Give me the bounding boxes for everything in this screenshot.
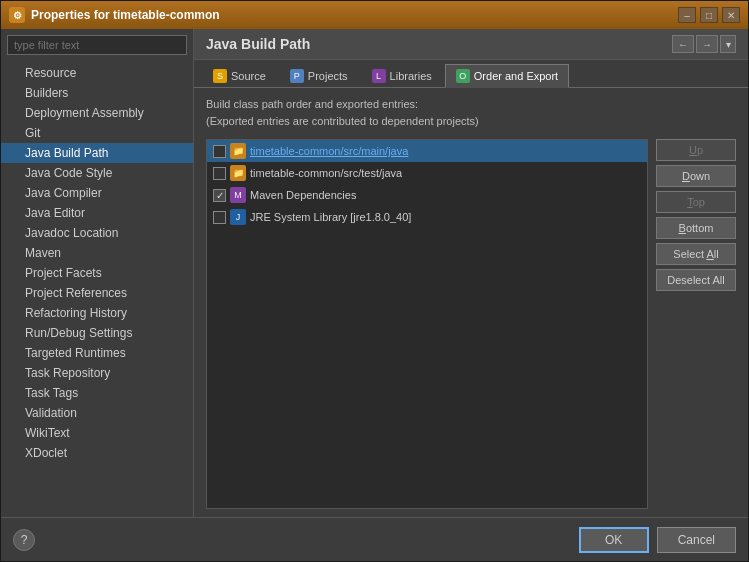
sidebar-item-targeted-runtimes[interactable]: Targeted Runtimes xyxy=(1,343,193,363)
entry-item-3[interactable]: JJRE System Library [jre1.8.0_40] xyxy=(207,206,647,228)
back-button[interactable]: ← xyxy=(672,35,694,53)
entry-item-2[interactable]: MMaven Dependencies xyxy=(207,184,647,206)
projects-tab-icon: P xyxy=(290,69,304,83)
desc-line2: (Exported entries are contributed to dep… xyxy=(206,113,736,130)
sidebar-item-task-tags[interactable]: Task Tags xyxy=(1,383,193,403)
sidebar-item-maven[interactable]: Maven xyxy=(1,243,193,263)
deselect-all-button[interactable]: Deselect All xyxy=(656,269,736,291)
dialog-body: ResourceBuildersDeployment AssemblyGitJa… xyxy=(1,29,748,517)
app-icon: ⚙ xyxy=(9,7,25,23)
bottom-actions: OK Cancel xyxy=(579,527,736,553)
order and export-tab-label: Order and Export xyxy=(474,70,558,82)
title-bar: ⚙ Properties for timetable-common – □ ✕ xyxy=(1,1,748,29)
entry-item-1[interactable]: 📁timetable-common/src/test/java xyxy=(207,162,647,184)
main-panel: Java Build Path ← → ▾ SSourcePProjectsLL… xyxy=(194,29,748,517)
sidebar-item-java-code-style[interactable]: Java Code Style xyxy=(1,163,193,183)
nav-arrows: ← → ▾ xyxy=(672,35,736,53)
entry-label-3: JRE System Library [jre1.8.0_40] xyxy=(250,211,411,223)
tab-order-and-export[interactable]: OOrder and Export xyxy=(445,64,569,88)
sidebar-item-project-references[interactable]: Project References xyxy=(1,283,193,303)
desc-line1: Build class path order and exported entr… xyxy=(206,96,736,113)
entry-label-1: timetable-common/src/test/java xyxy=(250,167,402,179)
sidebar-item-wikitext[interactable]: WikiText xyxy=(1,423,193,443)
minimize-button[interactable]: – xyxy=(678,7,696,23)
ok-button[interactable]: OK xyxy=(579,527,649,553)
entry-icon-1: 📁 xyxy=(230,165,246,181)
close-button[interactable]: ✕ xyxy=(722,7,740,23)
bottom-bar: ? OK Cancel xyxy=(1,517,748,561)
side-buttons: Up Down Top Bottom Select All Deselect A… xyxy=(656,139,736,509)
projects-tab-label: Projects xyxy=(308,70,348,82)
sidebar-item-xdoclet[interactable]: XDoclet xyxy=(1,443,193,463)
sidebar-item-builders[interactable]: Builders xyxy=(1,83,193,103)
sidebar-item-javadoc-location[interactable]: Javadoc Location xyxy=(1,223,193,243)
sidebar-items: ResourceBuildersDeployment AssemblyGitJa… xyxy=(1,61,193,517)
source-tab-label: Source xyxy=(231,70,266,82)
sidebar-item-java-build-path[interactable]: Java Build Path xyxy=(1,143,193,163)
order and export-tab-icon: O xyxy=(456,69,470,83)
sidebar-item-project-facets[interactable]: Project Facets xyxy=(1,263,193,283)
entry-icon-3: J xyxy=(230,209,246,225)
sidebar-item-run/debug-settings[interactable]: Run/Debug Settings xyxy=(1,323,193,343)
title-controls: – □ ✕ xyxy=(678,7,740,23)
entry-item-0[interactable]: 📁timetable-common/src/main/java xyxy=(207,140,647,162)
content-area: Build class path order and exported entr… xyxy=(194,88,748,517)
entry-checkbox-0[interactable] xyxy=(213,145,226,158)
entry-icon-0: 📁 xyxy=(230,143,246,159)
filter-input[interactable] xyxy=(7,35,187,55)
libraries-tab-icon: L xyxy=(372,69,386,83)
bottom-button[interactable]: Bottom xyxy=(656,217,736,239)
sidebar-item-validation[interactable]: Validation xyxy=(1,403,193,423)
list-panel: 📁timetable-common/src/main/java📁timetabl… xyxy=(206,139,736,509)
description: Build class path order and exported entr… xyxy=(206,96,736,129)
entries-list: 📁timetable-common/src/main/java📁timetabl… xyxy=(206,139,648,509)
sidebar-item-java-editor[interactable]: Java Editor xyxy=(1,203,193,223)
panel-header: Java Build Path ← → ▾ xyxy=(194,29,748,60)
down-button[interactable]: Down xyxy=(656,165,736,187)
entry-checkbox-3[interactable] xyxy=(213,211,226,224)
panel-title: Java Build Path xyxy=(206,36,310,52)
select-all-button[interactable]: Select All xyxy=(656,243,736,265)
dialog-title: Properties for timetable-common xyxy=(31,8,678,22)
entry-label-2: Maven Dependencies xyxy=(250,189,356,201)
top-button[interactable]: Top xyxy=(656,191,736,213)
tab-source[interactable]: SSource xyxy=(202,64,277,87)
tab-libraries[interactable]: LLibraries xyxy=(361,64,443,87)
entry-label-0: timetable-common/src/main/java xyxy=(250,145,408,157)
cancel-button[interactable]: Cancel xyxy=(657,527,736,553)
dialog: ⚙ Properties for timetable-common – □ ✕ … xyxy=(0,0,749,562)
sidebar-item-task-repository[interactable]: Task Repository xyxy=(1,363,193,383)
entry-checkbox-2[interactable] xyxy=(213,189,226,202)
sidebar-item-resource[interactable]: Resource xyxy=(1,63,193,83)
sidebar-item-deployment-assembly[interactable]: Deployment Assembly xyxy=(1,103,193,123)
nav-dropdown-button[interactable]: ▾ xyxy=(720,35,736,53)
tabs: SSourcePProjectsLLibrariesOOrder and Exp… xyxy=(194,60,748,88)
forward-button[interactable]: → xyxy=(696,35,718,53)
entry-icon-2: M xyxy=(230,187,246,203)
tab-projects[interactable]: PProjects xyxy=(279,64,359,87)
maximize-button[interactable]: □ xyxy=(700,7,718,23)
sidebar-item-git[interactable]: Git xyxy=(1,123,193,143)
up-button[interactable]: Up xyxy=(656,139,736,161)
help-button[interactable]: ? xyxy=(13,529,35,551)
sidebar-item-refactoring-history[interactable]: Refactoring History xyxy=(1,303,193,323)
source-tab-icon: S xyxy=(213,69,227,83)
entry-checkbox-1[interactable] xyxy=(213,167,226,180)
libraries-tab-label: Libraries xyxy=(390,70,432,82)
sidebar: ResourceBuildersDeployment AssemblyGitJa… xyxy=(1,29,194,517)
sidebar-item-java-compiler[interactable]: Java Compiler xyxy=(1,183,193,203)
